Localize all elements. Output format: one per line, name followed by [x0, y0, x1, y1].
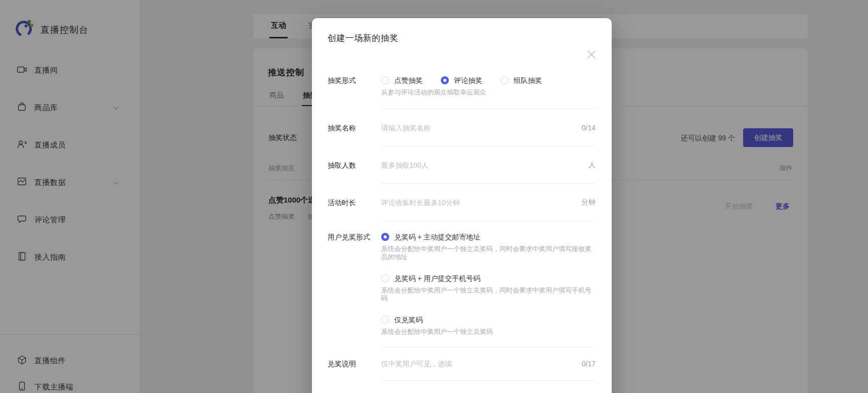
radio-label: 点赞抽奖 — [394, 75, 423, 85]
field-winner-count: 抽取人数 人 — [328, 146, 596, 184]
radio-icon[interactable] — [381, 76, 389, 84]
unit-suffix: 人 — [588, 161, 596, 170]
field-redeem-instructions: 兑奖说明 0/17 — [328, 348, 596, 381]
radio-code-only[interactable]: 仅兑奖码 — [381, 315, 596, 325]
duration-input[interactable] — [381, 198, 575, 208]
redeem-option-address: 兑奖码 + 主动提交邮寄地址 系统会分配给中奖用户一个独立兑奖码，同时会要求中奖… — [381, 232, 596, 261]
field-redeem-type: 用户兑奖形式 兑奖码 + 主动提交邮寄地址 系统会分配给中奖用户一个独立兑奖码，… — [328, 221, 596, 348]
field-help-text: 系统会分配给中奖用户一个独立兑奖码，同时会要求中奖用户填写手机号码 — [381, 286, 596, 303]
field-label: 抽奖形式 — [328, 75, 381, 109]
radio-label: 组队抽奖 — [514, 75, 542, 85]
unit-suffix: 分钟 — [581, 198, 596, 207]
radio-code-plus-address[interactable]: 兑奖码 + 主动提交邮寄地址 — [381, 232, 596, 242]
close-icon[interactable] — [586, 50, 597, 60]
redeem-instructions-input[interactable] — [381, 359, 576, 369]
radio-label: 兑奖码 + 用户提交手机号码 — [394, 273, 480, 283]
modal-title: 创建一场新的抽奖 — [328, 32, 596, 44]
redeem-option-phone: 兑奖码 + 用户提交手机号码 系统会分配给中奖用户一个独立兑奖码，同时会要求中奖… — [381, 273, 596, 303]
radio-code-plus-phone[interactable]: 兑奖码 + 用户提交手机号码 — [381, 273, 596, 283]
field-lottery-name: 抽奖名称 0/14 — [328, 109, 596, 146]
field-label: 兑奖说明 — [328, 348, 381, 381]
create-lottery-modal: 创建一场新的抽奖 抽奖形式 点赞抽奖 评论抽奖 组队抽奖 从参与评论活动 — [312, 18, 612, 393]
lottery-name-input[interactable] — [381, 123, 576, 133]
radio-label: 兑奖码 + 主动提交邮寄地址 — [394, 232, 480, 242]
radio-like-lottery[interactable]: 点赞抽奖 — [381, 75, 423, 85]
field-label: 用户兑奖形式 — [328, 221, 381, 348]
radio-comment-lottery[interactable]: 评论抽奖 — [441, 75, 482, 85]
field-help-text: 系统会分配给中奖用户一个独立兑奖码，同时会要求中奖用户填写接收奖品的地址 — [381, 245, 596, 261]
field-help-text: 系统会分配给中奖用户一个独立兑奖码 — [381, 328, 596, 336]
field-label: 抽取人数 — [328, 146, 381, 184]
field-duration: 活动时长 分钟 — [328, 184, 596, 221]
char-counter: 0/14 — [582, 124, 596, 132]
field-label: 备注 — [328, 381, 381, 393]
radio-label: 仅兑奖码 — [394, 315, 423, 325]
radio-icon[interactable] — [500, 76, 509, 84]
field-lottery-type: 抽奖形式 点赞抽奖 评论抽奖 组队抽奖 从参与评论活动的观众抽取幸运观众 — [328, 75, 596, 109]
radio-team-lottery[interactable]: 组队抽奖 — [500, 75, 542, 85]
radio-icon[interactable] — [381, 274, 389, 282]
field-label: 活动时长 — [328, 184, 381, 221]
field-help-text: 从参与评论活动的观众抽取幸运观众 — [381, 88, 596, 96]
field-note: 备注 0/32 — [328, 381, 596, 393]
radio-selected-icon[interactable] — [441, 76, 449, 84]
field-label: 抽奖名称 — [328, 109, 381, 146]
radio-label: 评论抽奖 — [454, 75, 482, 85]
radio-icon[interactable] — [381, 316, 389, 324]
redeem-option-code-only: 仅兑奖码 系统会分配给中奖用户一个独立兑奖码 — [381, 315, 596, 336]
winner-count-input[interactable] — [381, 160, 582, 170]
lottery-type-radio-group: 点赞抽奖 评论抽奖 组队抽奖 — [381, 75, 596, 85]
char-counter: 0/17 — [582, 360, 596, 368]
radio-selected-icon[interactable] — [381, 233, 389, 241]
